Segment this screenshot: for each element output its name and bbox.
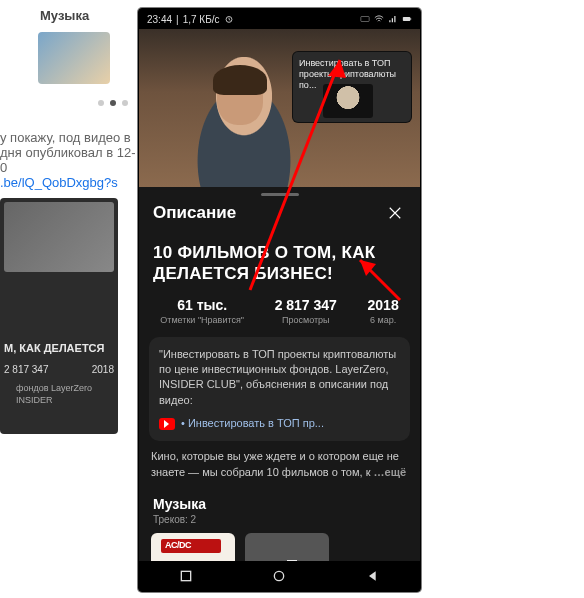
music-section: Музыка Треков: 2 (139, 486, 420, 525)
bg-music-header: Музыка (40, 8, 89, 23)
music-header: Музыка (153, 496, 406, 512)
date-label: 6 мар. (368, 315, 399, 325)
status-bar: 23:44 | 1,7 КБ/с (139, 9, 420, 29)
likes-value: 61 тыс. (160, 297, 244, 313)
video-player[interactable]: Инвестировать в ТОП проекты криптовалюты… (139, 29, 420, 187)
description-box: "Инвестировать в ТОП проекты криптовалют… (149, 337, 410, 442)
wifi-icon (374, 14, 384, 24)
description-header-row: Описание (139, 196, 420, 234)
svg-rect-2 (403, 17, 411, 21)
stat-likes[interactable]: 61 тыс. Отметки "Нравится" (160, 297, 244, 325)
likes-label: Отметки "Нравится" (160, 315, 244, 325)
bg-card-title: М, КАК ДЕЛАЕТСЯ (4, 342, 114, 354)
nav-recent-button[interactable] (177, 567, 195, 585)
description-text-content: Кино, которые вы уже ждете и о котором е… (151, 450, 399, 477)
status-time: 23:44 (147, 14, 172, 25)
year-value: 2018 (368, 297, 399, 313)
status-speed: 1,7 КБ/с (183, 14, 220, 25)
nav-back-button[interactable] (364, 567, 382, 585)
close-button[interactable] (384, 202, 406, 224)
triangle-left-icon (365, 568, 381, 584)
more-button[interactable]: …ещё (374, 466, 407, 478)
stat-views: 2 817 347 Просмотры (275, 297, 337, 325)
bg-text-1: у покажу, под видео в (0, 130, 131, 145)
svg-rect-1 (361, 17, 369, 22)
stats-row: 61 тыс. Отметки "Нравится" 2 817 347 Про… (139, 289, 420, 337)
bg-text-block: у покажу, под видео в дня опубликовал в … (0, 130, 140, 190)
android-navbar (139, 561, 420, 591)
nav-home-button[interactable] (270, 567, 288, 585)
svg-point-5 (275, 571, 284, 580)
picture-in-picture-card[interactable]: Инвестировать в ТОП проекты криптовалюты… (292, 51, 412, 123)
signal-icon (388, 14, 398, 24)
svg-rect-4 (181, 571, 190, 580)
stat-date: 2018 6 мар. (368, 297, 399, 325)
bg-card: М, КАК ДЕЛАЕТСЯ 2 817 347 2018 фондов La… (0, 198, 118, 434)
svg-rect-3 (410, 18, 411, 20)
alarm-icon (224, 14, 234, 24)
circle-icon (271, 568, 287, 584)
bg-link: .be/lQ_QobDxgbg?s (0, 175, 118, 190)
bg-thumbnail (38, 32, 110, 84)
bg-card-desc: фондов LayerZero INSIDER (4, 383, 114, 412)
views-label: Просмотры (275, 315, 337, 325)
description-link-text: • Инвестировать в ТОП пр... (181, 416, 324, 431)
youtube-icon (159, 418, 175, 430)
video-title: 10 ФИЛЬМОВ О ТОМ, КАК ДЕЛАЕТСЯ БИЗНЕС! (139, 234, 420, 289)
views-value: 2 817 347 (275, 297, 337, 313)
description-quote: "Инвестировать в ТОП проекты криптовалют… (159, 347, 400, 409)
volte-icon (360, 14, 370, 24)
square-icon (178, 568, 194, 584)
video-frame-person (179, 57, 309, 187)
close-icon (386, 204, 404, 222)
bg-card-views: 2 817 347 (4, 364, 49, 375)
bg-card-thumb (4, 202, 114, 272)
description-header: Описание (153, 203, 236, 223)
music-tracks-count: Треков: 2 (153, 514, 406, 525)
bg-text-2: дня опубликовал в 12-0 (0, 145, 136, 175)
phone-frame: 23:44 | 1,7 КБ/с Инвестировать в ТОП про… (138, 8, 421, 592)
description-text: Кино, которые вы уже ждете и о котором е… (139, 449, 420, 486)
bg-card-stats: 2 817 347 2018 (4, 364, 114, 375)
bg-pagination-dots (98, 100, 128, 106)
pip-thumbnail (323, 84, 373, 118)
battery-icon (402, 14, 412, 24)
bg-card-year: 2018 (92, 364, 114, 375)
description-link[interactable]: • Инвестировать в ТОП пр... (159, 416, 400, 431)
